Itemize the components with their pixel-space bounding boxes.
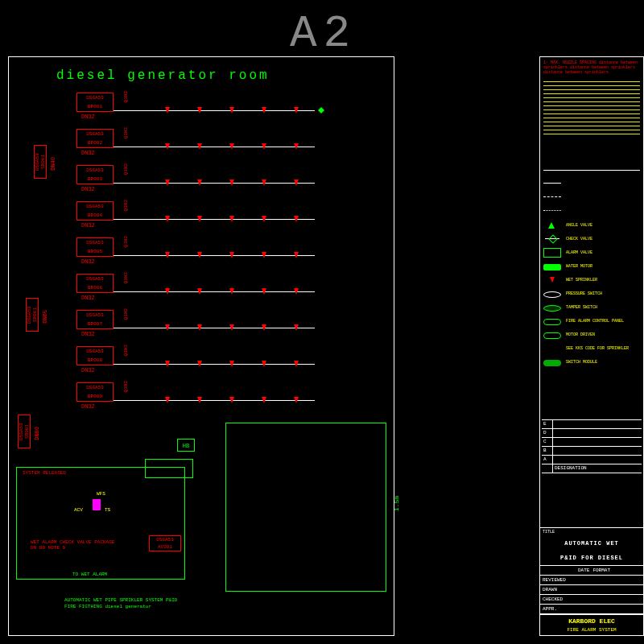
rev-desc (553, 429, 642, 437)
system-released-label: SYSTEM RELEASED (23, 470, 66, 476)
legend-row (543, 193, 640, 203)
av-tag-1: DSGA53 (150, 536, 180, 543)
legend-row: CHECK VALVE (543, 234, 640, 244)
branch-tag-box: DSGA53BR005 (76, 237, 114, 257)
branch-vert-dim: Q1N2 (123, 272, 129, 283)
branch-tag-box: DSGA53BR002 (76, 129, 114, 148)
notes-body-pattern (543, 78, 640, 134)
main-dn-2: DN65 (42, 310, 48, 324)
tb-field-v2: FORMAT (592, 568, 610, 573)
revision-row: C (542, 438, 642, 447)
hose-bib-box: HB (177, 439, 195, 452)
branch-tag-bot: BR009 (77, 393, 113, 401)
rev-letter: A (542, 456, 553, 464)
legend-row: MOTOR DRIVEN (543, 330, 640, 340)
legend-label: ANGLE VALVE (566, 223, 592, 228)
legend-row (543, 180, 640, 189)
branch-dn: DN32 (81, 295, 95, 301)
legend-symbol-pillf (543, 360, 561, 366)
company-subtitle: FIRE ALARM SYSTEM (540, 627, 643, 635)
branch-vert-dim: Q1N2 (123, 200, 129, 211)
legend-symbol-pill (543, 332, 561, 339)
main-tag-2: DSGA53 SR001 (26, 298, 39, 332)
legend-label: WATER MOTOR (566, 264, 592, 269)
branch-vert-dim: Q1N2 (123, 127, 129, 138)
legend-symbol-tri (543, 221, 561, 229)
branch-vert-dim: Q1N2 (123, 345, 129, 356)
alarm-package-label: WET ALARM CHECK VALVE PACKAGE DN 80 NOTE… (31, 539, 119, 551)
branch-tag-top: DSGA53 (77, 238, 113, 248)
branch-tag-box: DSGA53BR001 (76, 93, 114, 112)
branch-pipe (114, 183, 315, 184)
tb-field-label: DRAWN (543, 587, 575, 592)
ball-valve-icon (318, 107, 324, 114)
legend-symbol-sprk (543, 276, 561, 284)
legend-label: FIRE ALARM CONTROL PANEL (566, 319, 624, 324)
titleblock-column: 1- MAX. NOZZLE SPACING distance between … (539, 56, 644, 636)
branch-vert-dim: Q1N2 (123, 381, 129, 392)
revision-row: A (542, 456, 642, 464)
branch-pipe (114, 400, 315, 401)
branch-dn: DN32 (81, 403, 95, 410)
legend-label: TAMPER SWITCH (566, 305, 597, 310)
company-name: KARBORD ELEC (540, 614, 643, 627)
branch-dn: DN32 (81, 114, 95, 120)
rev-desc (553, 456, 642, 464)
branch-pipe (114, 219, 315, 220)
main-tag-3: DSGA53 SR001 (18, 415, 31, 448)
main-tag-1: DSGA53 SR001 (34, 145, 47, 179)
branch-tag-bot: BR008 (77, 357, 113, 365)
titleblock-row: DATEFORMAT (540, 566, 643, 576)
room-dim: 1.5m (393, 496, 400, 511)
branch-tag-box: DSGA53BR004 (76, 201, 114, 221)
legend-row: ALARM VALVE (543, 248, 640, 258)
branch-tag-top: DSGA53 (77, 130, 113, 139)
rev-letter: B (542, 447, 553, 455)
titleblock-row: REVIEWED (540, 576, 643, 585)
title-block: TITLE AUTOMATIC WET P&ID FOR DIESEL DATE… (540, 527, 643, 635)
branch-tag-bot: BR004 (77, 212, 113, 220)
legend-symbol-pill (543, 319, 561, 325)
legend-row: SEE KKS CODE FOR SPRINKLER (543, 344, 640, 353)
branch-tag-top: DSGA53 (77, 166, 113, 175)
branch-tag-bot: BR002 (77, 139, 113, 147)
legend-row: FIRE ALARM CONTROL PANEL (543, 316, 640, 326)
legend-symbol-motor (543, 264, 561, 270)
branch-tag-bot: BR006 (77, 284, 113, 292)
detail-caption: AUTOMATIC WET PIPE SPRIKLER SYSTEM P&ID … (64, 597, 177, 610)
legend-row: SWITCH MODULE (543, 357, 640, 367)
tb-field-label (543, 568, 575, 573)
legend-row: WATER MOTOR (543, 262, 640, 271)
legend-symbol-line (543, 183, 561, 191)
tb-field-label: REVIEWED (543, 577, 575, 583)
av-tag-2: AV001 (150, 543, 180, 551)
legend-symbol-dash (543, 196, 561, 204)
legend-symbol-alarm (543, 248, 561, 258)
small-yellow-1: WFS (97, 491, 105, 497)
detail-outline-1 (16, 467, 185, 580)
revision-row: D (542, 429, 642, 438)
branch-tag-top: DSGA53 (77, 202, 113, 212)
detail-outline-2 (145, 459, 193, 478)
alarm-check-valve-icon (93, 499, 101, 510)
av-tag-box: DSGA53 AV001 (149, 535, 181, 551)
to-wet-alarm-label: TO WET ALARM (72, 572, 107, 577)
branch-vert-dim: Q1N2 (123, 91, 129, 102)
branch-tag-box: DSGA53BR003 (76, 165, 114, 184)
titleblock-row: APPR. (540, 605, 643, 614)
rev-desc (553, 420, 642, 428)
legend-label: PRESSURE SWITCH (566, 291, 602, 296)
drawing-title-l2: P&ID FOR DIESEL (543, 552, 641, 564)
branch-tag-bot: BR007 (77, 320, 113, 328)
rev-col-blank (542, 464, 553, 473)
branch-dn: DN32 (81, 258, 95, 265)
branch-tag-box: DSGA53BR006 (76, 274, 114, 293)
rev-letter: D (542, 429, 553, 437)
legend-symbol-text (543, 345, 561, 353)
legend-symbol-dot (543, 210, 561, 218)
branch-pipe (114, 255, 315, 256)
branch-dn: DN32 (81, 367, 95, 374)
branch-tag-bot: BR001 (77, 103, 113, 111)
tb-field-v1: DATE (578, 568, 589, 573)
branch-tag-box: DSGA53BR009 (76, 382, 114, 402)
